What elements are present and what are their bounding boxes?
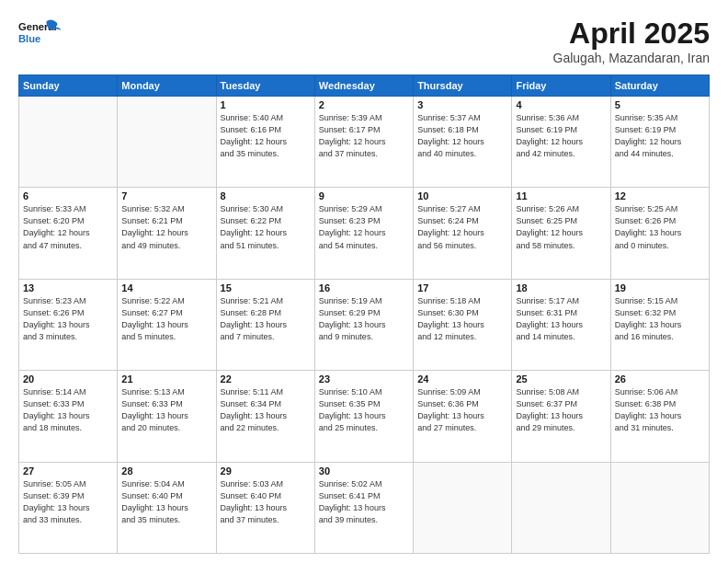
- day-number: 1: [221, 99, 311, 110]
- day-number: 27: [23, 465, 113, 477]
- calendar-week-5: 27Sunrise: 5:05 AM Sunset: 6:39 PM Dayli…: [19, 462, 710, 553]
- day-number: 2: [319, 99, 409, 110]
- day-detail: Sunrise: 5:08 AM Sunset: 6:37 PM Dayligh…: [516, 386, 606, 434]
- page: General Blue April 2025 Galugah, Mazanda…: [0, 0, 728, 563]
- day-detail: Sunrise: 5:18 AM Sunset: 6:30 PM Dayligh…: [417, 295, 507, 343]
- day-number: 13: [23, 282, 113, 293]
- day-number: 20: [23, 373, 113, 385]
- day-detail: Sunrise: 5:32 AM Sunset: 6:21 PM Dayligh…: [121, 203, 211, 251]
- day-detail: Sunrise: 5:10 AM Sunset: 6:35 PM Dayligh…: [319, 386, 409, 434]
- day-number: 7: [121, 190, 211, 201]
- calendar-cell: 11Sunrise: 5:26 AM Sunset: 6:25 PM Dayli…: [512, 188, 610, 279]
- calendar-cell: 14Sunrise: 5:22 AM Sunset: 6:27 PM Dayli…: [118, 279, 216, 370]
- logo: General Blue: [18, 17, 63, 50]
- day-detail: Sunrise: 5:27 AM Sunset: 6:24 PM Dayligh…: [417, 203, 507, 251]
- day-number: 26: [615, 373, 705, 385]
- calendar-cell: 20Sunrise: 5:14 AM Sunset: 6:33 PM Dayli…: [19, 371, 118, 462]
- day-detail: Sunrise: 5:13 AM Sunset: 6:33 PM Dayligh…: [121, 386, 211, 434]
- calendar-cell: 21Sunrise: 5:13 AM Sunset: 6:33 PM Dayli…: [118, 371, 216, 462]
- day-number: 18: [516, 282, 606, 293]
- day-number: 14: [121, 282, 211, 293]
- calendar-cell: 2Sunrise: 5:39 AM Sunset: 6:17 PM Daylig…: [314, 97, 413, 188]
- calendar-cell: 18Sunrise: 5:17 AM Sunset: 6:31 PM Dayli…: [512, 279, 610, 370]
- calendar-cell: [19, 97, 118, 188]
- day-number: 5: [615, 99, 705, 110]
- calendar-cell: [610, 462, 709, 553]
- day-detail: Sunrise: 5:36 AM Sunset: 6:19 PM Dayligh…: [516, 112, 606, 160]
- day-detail: Sunrise: 5:30 AM Sunset: 6:22 PM Dayligh…: [221, 203, 311, 251]
- day-number: 23: [319, 373, 409, 385]
- day-detail: Sunrise: 5:25 AM Sunset: 6:26 PM Dayligh…: [615, 203, 705, 251]
- day-detail: Sunrise: 5:23 AM Sunset: 6:26 PM Dayligh…: [23, 295, 113, 343]
- calendar-cell: 29Sunrise: 5:03 AM Sunset: 6:40 PM Dayli…: [216, 462, 314, 553]
- day-number: 21: [121, 373, 211, 385]
- day-detail: Sunrise: 5:09 AM Sunset: 6:36 PM Dayligh…: [417, 386, 507, 434]
- day-number: 16: [319, 282, 409, 293]
- weekday-header-row: SundayMondayTuesdayWednesdayThursdayFrid…: [19, 75, 710, 97]
- calendar-cell: 5Sunrise: 5:35 AM Sunset: 6:19 PM Daylig…: [610, 97, 709, 188]
- weekday-header-monday: Monday: [118, 75, 216, 97]
- day-detail: Sunrise: 5:17 AM Sunset: 6:31 PM Dayligh…: [516, 295, 606, 343]
- calendar-cell: 30Sunrise: 5:02 AM Sunset: 6:41 PM Dayli…: [314, 462, 413, 553]
- calendar-cell: 9Sunrise: 5:29 AM Sunset: 6:23 PM Daylig…: [314, 188, 413, 279]
- day-number: 17: [417, 282, 507, 293]
- weekday-header-sunday: Sunday: [19, 75, 118, 97]
- calendar-cell: [512, 462, 610, 553]
- day-number: 12: [615, 190, 705, 201]
- calendar-cell: 22Sunrise: 5:11 AM Sunset: 6:34 PM Dayli…: [216, 371, 314, 462]
- day-number: 25: [516, 373, 606, 385]
- day-detail: Sunrise: 5:37 AM Sunset: 6:18 PM Dayligh…: [417, 112, 507, 160]
- day-detail: Sunrise: 5:33 AM Sunset: 6:20 PM Dayligh…: [23, 203, 113, 251]
- calendar-cell: 24Sunrise: 5:09 AM Sunset: 6:36 PM Dayli…: [414, 371, 512, 462]
- logo-icon: General Blue: [18, 17, 63, 50]
- weekday-header-wednesday: Wednesday: [314, 75, 413, 97]
- day-detail: Sunrise: 5:35 AM Sunset: 6:19 PM Dayligh…: [615, 112, 705, 160]
- calendar-cell: 7Sunrise: 5:32 AM Sunset: 6:21 PM Daylig…: [118, 188, 216, 279]
- day-detail: Sunrise: 5:19 AM Sunset: 6:29 PM Dayligh…: [319, 295, 409, 343]
- day-detail: Sunrise: 5:21 AM Sunset: 6:28 PM Dayligh…: [221, 295, 311, 343]
- day-number: 28: [121, 465, 211, 477]
- day-detail: Sunrise: 5:39 AM Sunset: 6:17 PM Dayligh…: [319, 112, 409, 160]
- calendar-cell: 10Sunrise: 5:27 AM Sunset: 6:24 PM Dayli…: [414, 188, 512, 279]
- day-detail: Sunrise: 5:15 AM Sunset: 6:32 PM Dayligh…: [615, 295, 705, 343]
- day-number: 24: [417, 373, 507, 385]
- calendar-cell: 15Sunrise: 5:21 AM Sunset: 6:28 PM Dayli…: [216, 279, 314, 370]
- day-number: 11: [516, 190, 606, 201]
- weekday-header-thursday: Thursday: [414, 75, 512, 97]
- calendar-cell: 16Sunrise: 5:19 AM Sunset: 6:29 PM Dayli…: [314, 279, 413, 370]
- day-detail: Sunrise: 5:02 AM Sunset: 6:41 PM Dayligh…: [319, 478, 409, 526]
- calendar-cell: 1Sunrise: 5:40 AM Sunset: 6:16 PM Daylig…: [216, 97, 314, 188]
- calendar-cell: 25Sunrise: 5:08 AM Sunset: 6:37 PM Dayli…: [512, 371, 610, 462]
- calendar-week-2: 6Sunrise: 5:33 AM Sunset: 6:20 PM Daylig…: [19, 188, 710, 279]
- title-block: April 2025 Galugah, Mazandaran, Iran: [553, 17, 710, 65]
- calendar-week-4: 20Sunrise: 5:14 AM Sunset: 6:33 PM Dayli…: [19, 371, 710, 462]
- day-detail: Sunrise: 5:06 AM Sunset: 6:38 PM Dayligh…: [615, 386, 705, 434]
- day-number: 30: [319, 465, 409, 477]
- day-number: 15: [221, 282, 311, 293]
- calendar-week-1: 1Sunrise: 5:40 AM Sunset: 6:16 PM Daylig…: [19, 97, 710, 188]
- calendar-cell: 28Sunrise: 5:04 AM Sunset: 6:40 PM Dayli…: [118, 462, 216, 553]
- day-detail: Sunrise: 5:04 AM Sunset: 6:40 PM Dayligh…: [121, 478, 211, 526]
- day-number: 22: [221, 373, 311, 385]
- day-number: 29: [221, 465, 311, 477]
- calendar-cell: 26Sunrise: 5:06 AM Sunset: 6:38 PM Dayli…: [610, 371, 709, 462]
- calendar-cell: 12Sunrise: 5:25 AM Sunset: 6:26 PM Dayli…: [610, 188, 709, 279]
- day-detail: Sunrise: 5:03 AM Sunset: 6:40 PM Dayligh…: [221, 478, 311, 526]
- day-number: 4: [516, 99, 606, 110]
- day-number: 19: [615, 282, 705, 293]
- weekday-header-friday: Friday: [512, 75, 610, 97]
- day-number: 9: [319, 190, 409, 201]
- calendar-cell: [414, 462, 512, 553]
- day-detail: Sunrise: 5:40 AM Sunset: 6:16 PM Dayligh…: [221, 112, 311, 160]
- calendar-cell: 17Sunrise: 5:18 AM Sunset: 6:30 PM Dayli…: [414, 279, 512, 370]
- day-number: 3: [417, 99, 507, 110]
- day-detail: Sunrise: 5:29 AM Sunset: 6:23 PM Dayligh…: [319, 203, 409, 251]
- svg-text:Blue: Blue: [18, 33, 40, 44]
- day-number: 8: [221, 190, 311, 201]
- calendar-cell: [118, 97, 216, 188]
- calendar-cell: 8Sunrise: 5:30 AM Sunset: 6:22 PM Daylig…: [216, 188, 314, 279]
- calendar-week-3: 13Sunrise: 5:23 AM Sunset: 6:26 PM Dayli…: [19, 279, 710, 370]
- calendar-cell: 19Sunrise: 5:15 AM Sunset: 6:32 PM Dayli…: [610, 279, 709, 370]
- calendar-cell: 27Sunrise: 5:05 AM Sunset: 6:39 PM Dayli…: [19, 462, 118, 553]
- calendar-cell: 4Sunrise: 5:36 AM Sunset: 6:19 PM Daylig…: [512, 97, 610, 188]
